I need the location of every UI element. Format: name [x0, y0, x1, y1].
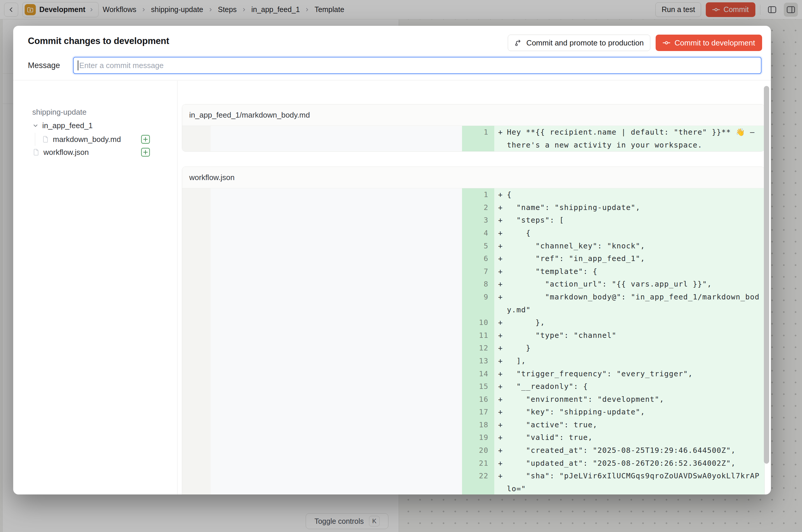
old-code-empty [211, 342, 462, 355]
new-code: + "steps": [ [494, 214, 764, 227]
diff-add-marker: + [498, 431, 507, 444]
new-code: +Hey **{{ recipient.name | default: "the… [494, 126, 764, 151]
commit-and-promote-label: Commit and promote to production [526, 38, 644, 48]
tree-file-label: workflow.json [43, 148, 89, 157]
diff-rows: 1+{2+ "name": "shipping-update",3+ "step… [182, 188, 764, 494]
diff-add-marker: + [498, 252, 507, 265]
old-gutter [182, 252, 211, 265]
tree-root-workflow[interactable]: shipping-update [32, 107, 165, 118]
tree-file-markdown-body[interactable]: markdown_body.md [42, 133, 150, 146]
old-code-empty [211, 405, 462, 418]
diff-rows: 1+Hey **{{ recipient.name | default: "th… [182, 126, 764, 151]
diff-add-marker: + [498, 291, 507, 316]
new-code: + { [494, 227, 764, 240]
commit-message-row: Message Enter a commit message [28, 57, 762, 74]
diff-row: 5+ "channel_key": "knock", [182, 240, 764, 252]
new-line-number: 6 [462, 252, 494, 265]
diff-code-text: "name": "shipping-update", [507, 201, 760, 214]
old-gutter [182, 188, 211, 201]
message-label: Message [28, 61, 60, 70]
diff-code-text: "__readonly": { [507, 380, 760, 393]
old-code-empty [211, 240, 462, 252]
diff-file-name: workflow.json [182, 167, 764, 188]
tree-file-label: markdown_body.md [53, 135, 121, 144]
diff-add-marker: + [498, 329, 507, 342]
tree-folder-label: in_app_feed_1 [42, 121, 93, 130]
new-line-number: 1 [462, 188, 494, 201]
diff-file-name: in_app_feed_1/markdown_body.md [182, 104, 764, 126]
new-line-number: 9 [462, 291, 494, 316]
new-code: + "__readonly": { [494, 380, 764, 393]
old-code-empty [211, 393, 462, 406]
old-code-empty [211, 126, 462, 151]
diff-row: 15+ "__readonly": { [182, 380, 764, 393]
chevron-down-icon [32, 122, 39, 129]
new-line-number: 14 [462, 367, 494, 380]
modal-actions: Commit and promote to production Commit … [508, 35, 762, 51]
modal-scrollbar-thumb[interactable] [764, 86, 769, 464]
added-file-icon [141, 135, 150, 144]
new-code: + "environment": "development", [494, 393, 764, 406]
diff-row: 8+ "action_url": "{{ vars.app_url }}", [182, 278, 764, 291]
new-code: + ], [494, 355, 764, 367]
diff-code-text: { [507, 227, 760, 240]
tree-folder-in-app-feed[interactable]: in_app_feed_1 [32, 120, 165, 131]
old-code-empty [211, 316, 462, 329]
old-gutter [182, 457, 211, 470]
old-code-empty [211, 214, 462, 227]
old-code-empty [211, 418, 462, 432]
commit-message-placeholder: Enter a commit message [79, 61, 164, 70]
diff-row: 21+ "updated_at": "2025-08-26T20:26:52.3… [182, 457, 764, 470]
new-line-number: 1 [462, 126, 494, 151]
diff-code-text: "markdown_body@": "in_app_feed_1/markdow… [507, 291, 760, 316]
new-line-number: 12 [462, 342, 494, 355]
diff-code-text: "steps": [ [507, 214, 760, 227]
diff-row: 20+ "created_at": "2025-08-25T19:29:46.6… [182, 444, 764, 457]
old-gutter [182, 444, 211, 457]
tree-file-workflow-json[interactable]: workflow.json [32, 146, 150, 159]
new-line-number: 2 [462, 201, 494, 214]
diff-code-text: "created_at": "2025-08-25T19:29:46.64450… [507, 444, 760, 457]
new-line-number: 21 [462, 457, 494, 470]
diff-add-marker: + [498, 470, 507, 494]
new-line-number: 15 [462, 380, 494, 393]
old-code-empty [211, 227, 462, 240]
diff-code-text: ], [507, 355, 760, 367]
new-code: + "trigger_frequency": "every_trigger", [494, 367, 764, 380]
added-file-icon [141, 148, 150, 157]
new-code: + "active": true, [494, 418, 764, 432]
diff-add-marker: + [498, 418, 507, 432]
old-gutter [182, 329, 211, 342]
old-gutter [182, 214, 211, 227]
old-code-empty [211, 265, 462, 278]
diff-row: 14+ "trigger_frequency": "every_trigger"… [182, 367, 764, 380]
commit-and-promote-button[interactable]: Commit and promote to production [508, 35, 650, 51]
diff-row: 12+ } [182, 342, 764, 355]
commit-message-input[interactable]: Enter a commit message [73, 57, 762, 74]
diff-row: 19+ "valid": true, [182, 431, 764, 444]
new-line-number: 10 [462, 316, 494, 329]
diff-code-text: "active": true, [507, 418, 760, 432]
diff-add-marker: + [498, 342, 507, 355]
old-gutter [182, 470, 211, 494]
old-code-empty [211, 431, 462, 444]
new-code: + "type": "channel" [494, 329, 764, 342]
diff-add-marker: + [498, 316, 507, 329]
new-line-number: 19 [462, 431, 494, 444]
modal-title: Commit changes to development [28, 36, 169, 46]
diff-add-marker: + [498, 227, 507, 240]
diff-code-text: }, [507, 316, 760, 329]
new-line-number: 3 [462, 214, 494, 227]
new-code: + "updated_at": "2025-08-26T20:26:52.364… [494, 457, 764, 470]
diff-row: 7+ "template": { [182, 265, 764, 278]
new-code: + } [494, 342, 764, 355]
old-gutter [182, 201, 211, 214]
new-line-number: 13 [462, 355, 494, 367]
commit-to-development-button[interactable]: Commit to development [656, 35, 762, 51]
diff-row: 13+ ], [182, 355, 764, 367]
file-icon [42, 135, 49, 143]
diff-add-marker: + [498, 405, 507, 418]
old-gutter [182, 227, 211, 240]
old-code-empty [211, 201, 462, 214]
commit-icon [663, 41, 670, 45]
